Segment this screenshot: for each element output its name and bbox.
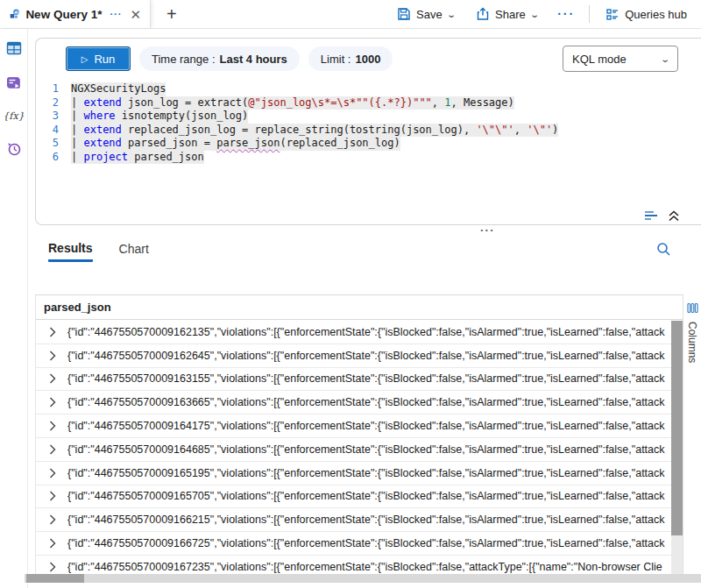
expand-row-icon[interactable] [49,327,56,337]
query-mode-select[interactable]: KQL mode ⌄ [563,46,678,72]
table-row[interactable]: {"id":"4467550570009167235","violations"… [36,556,671,574]
chevron-down-icon: ⌄ [446,10,457,19]
limit-label: Limit : [321,53,351,66]
results-tabs: Results Chart [28,236,701,266]
save-label: Save [416,8,443,21]
table-icon[interactable] [6,40,22,56]
expand-row-icon[interactable] [49,491,56,501]
divider [589,5,590,23]
tab-close-icon[interactable]: ✕ [128,8,143,21]
expand-row-icon[interactable] [49,468,56,478]
code-line[interactable]: 4| extend replaced_json_log = replace_st… [36,124,701,138]
main-area: ▷ Run Time range : Last 4 hours Limit : … [28,29,701,588]
columns-side-panel[interactable]: Columns [683,294,701,574]
history-icon[interactable] [6,141,22,157]
saved-scripts-icon[interactable] [6,75,22,91]
run-label: Run [94,53,115,66]
expand-row-icon[interactable] [49,538,56,549]
table-row[interactable]: {"id":"4467550570009165195","violations"… [36,462,671,485]
horizontal-scrollbar[interactable] [25,574,701,583]
limit-picker[interactable]: Limit : 1000 [308,46,393,71]
row-json-text: {"id":"4467550570009162645","violations"… [67,350,665,362]
run-button[interactable]: ▷ Run [66,46,131,71]
expand-row-icon[interactable] [49,421,56,431]
line-number: 1 [36,82,71,96]
row-json-text: {"id":"4467550570009162135","violations"… [67,326,665,338]
queries-hub-button[interactable]: Queries hub [600,7,692,21]
code-line[interactable]: 6| project parsed_json [36,151,701,165]
expand-row-icon[interactable] [49,444,56,455]
time-range-value: Last 4 hours [220,53,287,66]
collapse-up-icon[interactable] [668,210,680,222]
vertical-scrollbar[interactable] [671,321,683,574]
table-row[interactable]: {"id":"4467550570009163155","violations"… [36,368,671,392]
table-row[interactable]: {"id":"4467550570009166215","violations"… [36,508,671,532]
columns-panel-label: Columns [686,322,698,363]
line-number: 6 [36,151,71,165]
horizontal-scrollbar-thumb[interactable] [26,574,84,583]
row-json-text: {"id":"4467550570009164685","violations"… [67,443,665,456]
table-row[interactable]: {"id":"4467550570009165705","violations"… [36,485,671,509]
save-icon [397,7,411,21]
table-row[interactable]: {"id":"4467550570009163665","violations"… [36,391,671,414]
query-toolbar: ▷ Run Time range : Last 4 hours Limit : … [36,39,701,79]
chevron-down-icon: ⌄ [529,10,540,19]
expand-row-icon[interactable] [49,562,56,572]
table-row[interactable]: {"id":"4467550570009164685","violations"… [36,438,671,462]
limit-value: 1000 [355,53,380,66]
code-line-text: | extend parsed_json = parse_json(replac… [71,137,400,151]
code-line[interactable]: 2| extend json_log = extract(@"json_log\… [36,96,701,110]
time-range-picker[interactable]: Time range : Last 4 hours [139,46,300,71]
tab-more-icon[interactable]: ··· [110,9,122,19]
tab-chart[interactable]: Chart [119,236,149,262]
results-list-icon[interactable] [644,209,659,222]
query-editor-card: ▷ Run Time range : Last 4 hours Limit : … [35,38,701,225]
query-tab[interactable]: New Query 1* ··· ✕ [0,0,151,28]
row-json-text: {"id":"4467550570009163665","violations"… [67,396,665,408]
tab-results[interactable]: Results [48,236,93,262]
search-icon[interactable] [656,242,671,257]
more-actions-button[interactable]: ··· [554,7,578,21]
left-rail: {fx} [0,29,28,588]
share-icon [476,7,490,21]
code-line-text: NGXSecurityLogs [71,82,166,96]
tab-bar: New Query 1* ··· ✕ + Save ⌄ Share ⌄ ··· [0,0,701,29]
table-row[interactable]: {"id":"4467550570009162135","violations"… [36,321,671,344]
code-line-text: | project parsed_json [71,151,204,165]
queries-hub-icon [605,7,620,21]
header-actions: Save ⌄ Share ⌄ ··· Queries hub [392,0,701,28]
line-number: 5 [36,137,71,151]
columns-icon [687,302,698,314]
function-icon[interactable]: {fx} [3,110,24,122]
code-line[interactable]: 3| where isnotempty(json_log) [36,110,701,124]
row-json-text: {"id":"4467550570009167235","violations"… [67,561,662,573]
vertical-scrollbar-thumb[interactable] [671,321,683,535]
add-tab-button[interactable]: + [161,0,182,28]
table-row[interactable]: {"id":"4467550570009164175","violations"… [36,414,671,438]
table-row[interactable]: {"id":"4467550570009162645","violations"… [36,344,671,368]
share-label: Share [495,8,526,21]
expand-row-icon[interactable] [49,351,56,361]
line-number: 3 [36,110,71,124]
expand-row-icon[interactable] [49,373,56,384]
row-json-text: {"id":"4467550570009166215","violations"… [67,514,665,526]
queries-hub-label: Queries hub [625,8,687,21]
table-row[interactable]: {"id":"4467550570009166725","violations"… [36,532,671,556]
share-button[interactable]: Share ⌄ [471,7,543,21]
code-line[interactable]: 1NGXSecurityLogs [36,82,701,96]
save-button[interactable]: Save ⌄ [392,7,460,21]
expand-row-icon[interactable] [49,514,56,525]
code-line-text: | extend json_log = extract(@"json_log\s… [71,96,514,110]
editor-actions [644,209,680,222]
column-header-parsed-json[interactable]: parsed_json [36,295,683,320]
tab-title: New Query 1* [25,8,102,21]
line-number: 4 [36,124,71,138]
code-lines[interactable]: 1NGXSecurityLogs2| extend json_log = ext… [36,79,701,164]
code-line-text: | extend replaced_json_log = replace_str… [71,124,558,138]
row-json-text: {"id":"4467550570009166725","violations"… [67,537,665,549]
code-line[interactable]: 5| extend parsed_json = parse_json(repla… [36,137,701,151]
row-json-text: {"id":"4467550570009164175","violations"… [67,420,665,432]
results-rows: {"id":"4467550570009162135","violations"… [36,321,671,574]
expand-row-icon[interactable] [49,397,56,407]
panel-resize-handle[interactable]: ... [480,221,495,234]
